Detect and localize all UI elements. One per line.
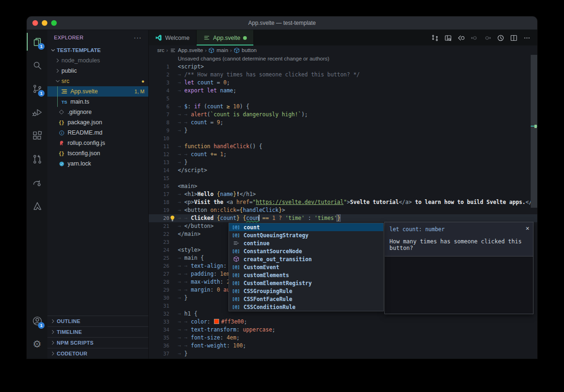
file-row-src[interactable]: src●	[47, 76, 148, 86]
unsaved-dot-icon[interactable]	[243, 36, 247, 40]
scrollbar-slider[interactable]	[531, 55, 537, 208]
suggest-item-customelementregistry[interactable]: [@]CustomElementRegistry	[229, 279, 383, 287]
breadcrumb-item-app-svelte[interactable]: App.svelte	[170, 47, 203, 53]
section-timeline[interactable]: TIMELINE	[47, 326, 148, 337]
git-decoration-badge: ●	[141, 78, 145, 84]
code-line-35[interactable]: 35→ → font-size: 4em;	[149, 334, 537, 342]
file-row-yarn-lock[interactable]: yarn.lock	[47, 158, 148, 169]
line-number: 19	[149, 206, 178, 214]
section-codetour[interactable]: CODETOUR	[47, 348, 148, 359]
file-row-main-ts[interactable]: TSmain.ts	[47, 97, 148, 107]
code-line-18[interactable]: 18→ <p>Visit the <a href="https://svelte…	[149, 198, 537, 206]
line-number: 15	[149, 174, 178, 182]
code-line-14[interactable]: 14</script>	[149, 166, 537, 174]
suggest-item-create_out_transition[interactable]: create_out_transition	[229, 255, 383, 263]
file-history-icon[interactable]	[495, 32, 506, 44]
chevron-right-icon	[49, 328, 57, 336]
code-line-11[interactable]: 11→ function handleClick() {	[149, 143, 537, 151]
code-line-3[interactable]: 3→ let count = 0;	[149, 79, 537, 87]
code-line-20[interactable]: 20→ → Clicked {count} {coun == 1 ? 'time…	[149, 214, 537, 222]
activity-azure-icon[interactable]	[27, 194, 47, 218]
navigate-back-icon[interactable]	[456, 32, 467, 44]
more-actions-icon[interactable]	[521, 32, 533, 44]
suggest-item-countqueuingstrategy[interactable]: [@]CountQueuingStrategy	[229, 231, 383, 239]
line-number: 2	[149, 71, 178, 79]
suggest-item-cssfontfacerule[interactable]: [@]CSSFontFaceRule	[229, 295, 383, 303]
file-row-tsconfig-json[interactable]: {}tsconfig.json	[47, 148, 148, 158]
breadcrumb-item-main[interactable]: main	[208, 47, 228, 53]
yarn-icon	[58, 160, 65, 167]
breadcrumb: src›App.svelte›main›button	[149, 45, 537, 55]
line-number: 24	[149, 246, 178, 254]
activity-settings-icon[interactable]: ⚙	[27, 332, 47, 356]
code-line-2[interactable]: 2→ /** How many times has someone clicke…	[149, 71, 537, 79]
section-outline[interactable]: OUTLINE	[47, 316, 148, 326]
activity-run-and-debug-icon[interactable]	[27, 100, 47, 124]
symbol-field-icon: [@]	[231, 272, 241, 278]
code-line-15[interactable]: 15	[149, 174, 537, 182]
code-line-5[interactable]: 5	[149, 95, 537, 103]
activity-extensions-icon[interactable]	[27, 124, 47, 147]
code-line-6[interactable]: 6→ $: if (count ≥ 10) {	[149, 103, 537, 111]
code-line-12[interactable]: 12→ → count += 1;	[149, 151, 537, 158]
code-line-19[interactable]: 19→ <button on:click={handleClick}>	[149, 206, 537, 214]
file-row-app-svelte[interactable]: App.svelte1, M	[47, 86, 148, 97]
file-row-public[interactable]: public	[47, 66, 148, 76]
line-number: 11	[149, 143, 178, 151]
file-row-node-modules[interactable]: node_modules	[47, 55, 148, 66]
suggest-item-constantsourcenode[interactable]: [@]ConstantSourceNode	[229, 247, 383, 255]
activity-github-pull-requests-icon[interactable]	[27, 147, 47, 171]
activity-accounts-icon[interactable]: 1	[27, 309, 47, 332]
section-npm-scripts[interactable]: NPM SCRIPTS	[47, 337, 148, 348]
code-line-37[interactable]: 37→ }	[149, 350, 537, 358]
code-line-7[interactable]: 7→ → alert(`count is dangerously high!`)…	[149, 111, 537, 119]
vscode-logo-icon	[155, 34, 162, 41]
suggest-item-continue[interactable]: continue	[229, 239, 383, 247]
split-editor-icon[interactable]	[508, 32, 519, 44]
suggest-item-cssconditionrule[interactable]: [@]CSSConditionRule	[229, 303, 383, 311]
code-line-34[interactable]: 34→ → text-transform: uppercase;	[149, 326, 537, 334]
line-number: 7	[149, 111, 178, 119]
code-line-33[interactable]: 33→ → color: #ff3e00;	[149, 318, 537, 326]
code-line-13[interactable]: 13→ }	[149, 158, 537, 166]
code-line-36[interactable]: 36→ → font-weight: 100;	[149, 342, 537, 350]
open-changes-icon[interactable]	[442, 32, 454, 44]
code-line-10[interactable]: 10	[149, 135, 537, 143]
tab-app-svelte[interactable]: App.svelte	[197, 30, 254, 45]
workspace-root-folder[interactable]: TEST-TEMPLATE	[47, 45, 148, 55]
svelte-file-icon	[61, 88, 68, 95]
suggest-item-customevent[interactable]: [@]CustomEvent	[229, 263, 383, 271]
file-row--gitignore[interactable]: .gitignore	[47, 107, 148, 117]
code-line-17[interactable]: 17→ <h1>Hello {name}!</h1>	[149, 190, 537, 198]
lightbulb-icon[interactable]	[169, 215, 175, 221]
line-number: 1	[149, 63, 178, 71]
activity-search-icon[interactable]	[27, 53, 47, 77]
explorer-more-actions-icon[interactable]: ···	[134, 34, 142, 41]
gear-icon: ⚙	[33, 339, 42, 350]
line-number: 32	[149, 310, 178, 318]
breadcrumb-item-button[interactable]: button	[234, 47, 257, 53]
color-swatch[interactable]	[214, 319, 219, 324]
suggest-item-label: CSSGroupingRule	[244, 288, 292, 294]
tab-welcome[interactable]: Welcome	[149, 30, 197, 45]
chevron-right-icon	[49, 317, 57, 325]
breadcrumb-item-src[interactable]: src	[157, 47, 164, 53]
suggest-item-count[interactable]: [@]count	[229, 223, 383, 231]
file-row-package-json[interactable]: {}package.json	[47, 117, 148, 128]
code-editor[interactable]: Unsaved changes (cannot determine recent…	[149, 55, 537, 359]
activity-source-control-icon[interactable]: 1	[27, 77, 47, 100]
gitlens-compare-icon[interactable]	[429, 32, 441, 44]
code-line-1[interactable]: 1<script>	[149, 63, 537, 71]
suggest-item-cssgroupingrule[interactable]: [@]CSSGroupingRule	[229, 287, 383, 295]
suggest-item-customelements[interactable]: [@]customElements	[229, 271, 383, 279]
code-line-9[interactable]: 9→ }	[149, 127, 537, 135]
activity-live-share-icon[interactable]	[27, 171, 47, 194]
code-line-16[interactable]: 16<main>	[149, 182, 537, 190]
code-line-4[interactable]: 4→ export let name;	[149, 87, 537, 95]
file-row-rollup-config-js[interactable]: rollup.config.js	[47, 138, 148, 148]
activity-explorer-icon[interactable]: 1	[27, 30, 47, 53]
code-line-8[interactable]: 8→ → count = 9;	[149, 119, 537, 127]
symbol-field-icon: [@]	[231, 264, 241, 270]
close-icon[interactable]: ✕	[526, 225, 529, 231]
file-row-readme-md[interactable]: README.md	[47, 128, 148, 138]
